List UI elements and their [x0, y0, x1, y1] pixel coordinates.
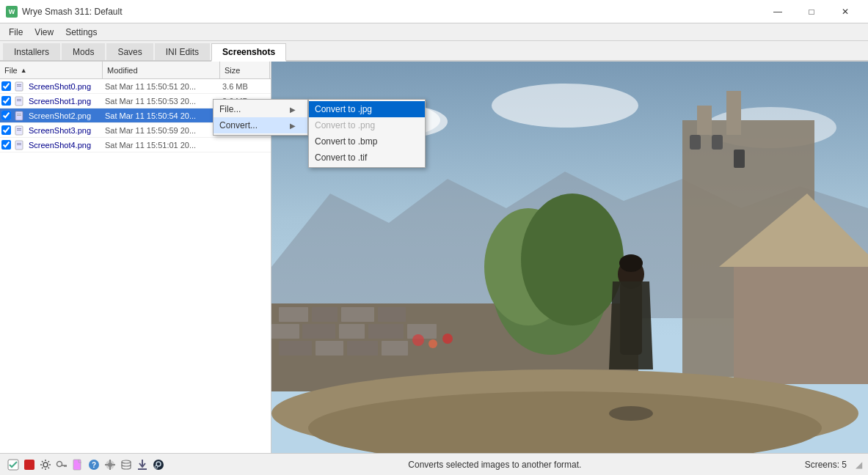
col-size-label: Size	[225, 66, 240, 75]
col-header-modified[interactable]: Modified	[103, 62, 220, 78]
col-header-file[interactable]: File ▲	[0, 62, 103, 78]
svg-text:?: ?	[92, 461, 96, 469]
tab-saves[interactable]: Saves	[106, 43, 153, 60]
maximize-button[interactable]: □	[795, 0, 828, 23]
svg-rect-31	[279, 307, 308, 322]
status-download-icon[interactable]	[135, 457, 150, 472]
svg-point-73	[122, 460, 131, 463]
status-database-icon[interactable]	[119, 457, 134, 472]
file-name-3: ScreenShot3.png	[29, 126, 102, 135]
file-modified-3: Sat Mar 11 15:50:59 20...	[102, 126, 219, 135]
tab-mods[interactable]: Mods	[62, 43, 105, 60]
svg-rect-40	[279, 341, 312, 356]
svg-rect-5	[17, 100, 21, 101]
context-menu: File... ▶ Convert... ▶	[213, 99, 308, 136]
submenu-convert-tif[interactable]: Convert to .tif	[309, 150, 425, 166]
svg-rect-35	[271, 324, 299, 339]
file-checkbox-4[interactable]	[1, 140, 11, 150]
file-name-0: ScreenShot0.png	[29, 82, 102, 91]
tab-installers[interactable]: Installers	[3, 43, 60, 60]
svg-point-48	[521, 194, 624, 325]
tab-bar: Installers Mods Saves INI Edits Screensh…	[0, 41, 868, 62]
ctx-convert-arrow: ▶	[290, 122, 296, 130]
svg-point-76	[153, 460, 164, 470]
svg-rect-71	[105, 464, 108, 465]
menu-settings[interactable]: Settings	[59, 26, 103, 39]
svg-rect-24	[726, 91, 741, 135]
svg-point-56	[619, 254, 643, 272]
svg-rect-11	[17, 130, 21, 130]
title-bar: W Wrye Smash 311: Default — □ ✕	[0, 0, 868, 23]
svg-rect-32	[312, 307, 338, 322]
ctx-file[interactable]: File... ▶	[214, 101, 307, 117]
status-red-square-icon[interactable]	[22, 457, 37, 472]
status-gear-icon[interactable]	[38, 457, 53, 472]
svg-point-49	[412, 334, 424, 346]
app-icon: W	[6, 6, 18, 18]
close-button[interactable]: ✕	[828, 0, 862, 23]
file-checkbox-2[interactable]	[1, 111, 11, 120]
resize-handle[interactable]: ◢	[856, 460, 862, 470]
svg-rect-14	[17, 144, 21, 145]
status-checkbox-icon[interactable]	[6, 457, 21, 472]
svg-rect-10	[17, 128, 21, 129]
status-text: Converts selected images to another form…	[402, 460, 801, 470]
submenu-convert-jpg[interactable]: Convert to .jpg	[309, 101, 425, 117]
svg-marker-55	[609, 281, 653, 369]
file-modified-1: Sat Mar 11 15:50:53 20...	[102, 97, 219, 106]
svg-rect-7	[17, 114, 21, 114]
svg-rect-34	[378, 307, 406, 322]
col-file-label: File	[4, 66, 18, 75]
file-checkbox-0[interactable]	[1, 81, 11, 91]
svg-point-50	[428, 339, 437, 348]
submenu-convert-bmp[interactable]: Convert to .bmp	[309, 133, 425, 150]
svg-point-68	[108, 463, 112, 467]
submenu-convert-png: Convert to .png	[309, 117, 425, 133]
file-icon-4	[14, 139, 26, 151]
svg-rect-37	[339, 324, 365, 339]
file-modified-0: Sat Mar 11 15:50:51 20...	[102, 82, 219, 91]
file-icon-1	[14, 95, 26, 107]
svg-rect-2	[17, 86, 21, 86]
svg-rect-43	[382, 341, 408, 356]
status-help-icon[interactable]: ?	[87, 457, 101, 472]
svg-rect-33	[341, 307, 374, 322]
file-modified-4: Sat Mar 11 15:51:01 20...	[102, 141, 219, 150]
status-wrench-icon[interactable]	[103, 457, 117, 472]
ctx-file-label: File...	[219, 104, 241, 114]
svg-rect-42	[347, 341, 378, 356]
file-row-4[interactable]: ScreenShot4.png Sat Mar 11 15:51:01 20..…	[0, 138, 271, 152]
tab-screenshots[interactable]: Screenshots	[211, 43, 286, 62]
svg-rect-38	[368, 324, 404, 339]
ctx-convert[interactable]: Convert... ▶	[214, 117, 307, 133]
convert-jpg-label: Convert to .jpg	[315, 104, 372, 114]
status-file-icon[interactable]	[70, 457, 85, 472]
main-content: File ▲ Modified Size ScreenShot0.png Sat…	[0, 62, 868, 453]
status-screens: Screens: 5	[805, 460, 853, 470]
menu-file[interactable]: File	[3, 26, 29, 39]
svg-point-51	[442, 334, 453, 344]
title-bar-controls: — □ ✕	[761, 0, 862, 23]
menu-bar: File View Settings	[0, 23, 868, 41]
status-steam-icon[interactable]	[151, 457, 166, 472]
svg-rect-23	[697, 106, 712, 135]
menu-view[interactable]: View	[29, 26, 59, 39]
svg-rect-69	[109, 460, 111, 463]
file-checkbox-1[interactable]	[1, 96, 11, 106]
svg-rect-1	[17, 84, 21, 85]
svg-rect-8	[17, 115, 21, 116]
tab-ini-edits[interactable]: INI Edits	[155, 43, 210, 60]
ctx-convert-label: Convert...	[219, 120, 258, 130]
file-icon-3	[14, 125, 26, 136]
svg-rect-41	[316, 341, 343, 356]
svg-rect-25	[690, 135, 701, 150]
convert-png-label: Convert to .png	[315, 120, 375, 130]
sort-indicator: ▲	[21, 67, 27, 74]
col-header-size[interactable]: Size	[220, 62, 270, 78]
svg-rect-26	[712, 135, 723, 150]
status-key-icon[interactable]	[54, 457, 69, 472]
file-checkbox-3[interactable]	[1, 125, 11, 135]
minimize-button[interactable]: —	[761, 0, 795, 23]
file-list-header: File ▲ Modified Size	[0, 62, 271, 79]
file-row-0[interactable]: ScreenShot0.png Sat Mar 11 15:50:51 20..…	[0, 79, 271, 94]
